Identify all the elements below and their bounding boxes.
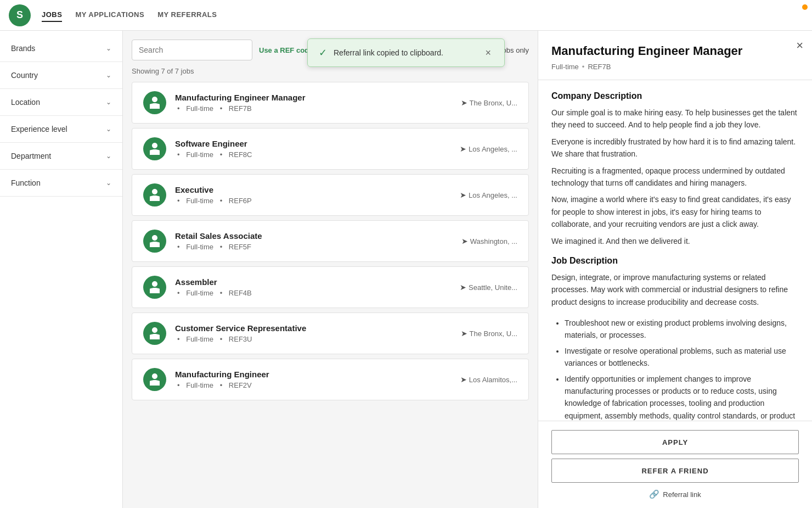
chevron-down-icon-location: ⌄ [106, 98, 111, 106]
panel-job-meta: Full-time • REF7B [551, 63, 799, 71]
orange-dot-decoration [802, 4, 808, 10]
location-pin-icon-0: ➤ [461, 98, 467, 107]
showing-jobs-count: Showing 7 of 7 jobs [132, 67, 529, 75]
sidebar: Brands ⌄ Country ⌄ Location ⌄ Experience… [0, 31, 123, 508]
job-icon-6 [143, 368, 166, 391]
bullet-0: Troubleshoot new or existing product pro… [565, 317, 799, 342]
panel-close-button[interactable]: × [796, 38, 803, 53]
job-card-5[interactable]: Customer Service Representative • Full-t… [132, 312, 529, 354]
job-card-6[interactable]: Manufacturing Engineer • Full-time • REF… [132, 359, 529, 400]
job-meta-6: • Full-time • REF2V [175, 381, 460, 389]
nav-link-my-referrals[interactable]: MY REFERRALS [157, 8, 217, 22]
job-bullet-ref-0: • [220, 104, 223, 113]
location-pin-icon-6: ➤ [460, 375, 467, 384]
job-card-2[interactable]: Executive • Full-time • REF6P ➤ Los Ange… [132, 174, 529, 216]
job-title-0: Manufacturing Engineer Manager [175, 93, 461, 102]
panel-job-title: Manufacturing Engineer Manager [551, 44, 777, 58]
job-desc-intro: Design, integrate, or improve manufactur… [551, 271, 799, 308]
job-info-5: Customer Service Representative • Full-t… [175, 323, 461, 343]
job-info-0: Manufacturing Engineer Manager • Full-ti… [175, 93, 461, 113]
toast-notification: ✓ Referral link copied to clipboard. × [307, 38, 505, 67]
company-desc-title: Company Description [551, 91, 799, 101]
bullet-1: Investigate or resolve operational probl… [565, 345, 799, 370]
company-description-text: Our simple goal is to make hiring easy. … [551, 107, 799, 247]
job-info-4: Assembler • Full-time • REF4B [175, 277, 460, 297]
job-title-6: Manufacturing Engineer [175, 370, 460, 379]
job-title-3: Retail Sales Associate [175, 231, 461, 241]
sidebar-filter-brands[interactable]: Brands ⌄ [0, 35, 122, 62]
sidebar-filter-country[interactable]: Country ⌄ [0, 62, 122, 89]
job-meta-0: • Full-time • REF7B [175, 104, 461, 113]
toast-close-button[interactable]: × [483, 47, 493, 59]
job-icon-2 [143, 183, 166, 206]
job-meta-1: • Full-time • REF8C [175, 150, 460, 159]
job-meta-2: • Full-time • REF6P [175, 197, 460, 205]
referral-link-label: Referral link [663, 490, 701, 499]
search-input-wrap [132, 40, 252, 60]
job-icon-1 [143, 137, 166, 160]
company-desc-p4: We imagined it. And then we delivered it… [551, 235, 799, 247]
nav-link-jobs[interactable]: JOBS [42, 8, 62, 22]
chevron-down-icon-experience: ⌄ [106, 125, 111, 133]
chevron-down-icon-department: ⌄ [106, 152, 111, 160]
job-title-5: Customer Service Representative [175, 323, 461, 333]
company-desc-p3: Now, imagine a world where it's easy to … [551, 193, 799, 230]
apply-button[interactable]: APPLY [551, 430, 799, 454]
referral-link-button[interactable]: 🔗 Referral link [551, 489, 799, 499]
refer-friend-button[interactable]: REFER A FRIEND [551, 459, 799, 483]
sidebar-filter-function[interactable]: Function ⌄ [0, 170, 122, 197]
job-meta-3: • Full-time • REF5F [175, 243, 461, 251]
job-bullet-0: • [177, 104, 180, 113]
toast-message: Referral link copied to clipboard. [334, 48, 476, 57]
job-location-0: ➤ The Bronx, U... [461, 98, 517, 107]
sidebar-filter-location[interactable]: Location ⌄ [0, 89, 122, 116]
panel-job-ref: REF7B [588, 63, 611, 71]
link-icon: 🔗 [649, 489, 659, 499]
search-input[interactable] [132, 40, 252, 60]
location-pin-icon-2: ➤ [460, 191, 466, 199]
job-location-3: ➤ Washington, ... [461, 237, 517, 245]
location-pin-icon-5: ➤ [461, 329, 467, 338]
job-icon-3 [143, 230, 166, 253]
job-location-1: ➤ Los Angeles, ... [460, 144, 517, 153]
job-info-6: Manufacturing Engineer • Full-time • REF… [175, 370, 460, 389]
job-location-4: ➤ Seattle, Unite... [460, 283, 517, 292]
job-info-3: Retail Sales Associate • Full-time • REF… [175, 231, 461, 251]
logo-letter: S [16, 9, 23, 21]
job-location-2: ➤ Los Angeles, ... [460, 191, 517, 199]
job-meta-5: • Full-time • REF3U [175, 335, 461, 343]
nav-logo: S [9, 4, 31, 26]
sidebar-filter-department[interactable]: Department ⌄ [0, 143, 122, 170]
sidebar-filter-experience[interactable]: Experience level ⌄ [0, 116, 122, 143]
main-content: Use a REF code Internal jobs only Showin… [123, 31, 538, 508]
chevron-down-icon-country: ⌄ [106, 71, 111, 79]
job-icon-5 [143, 322, 166, 345]
nav-link-my-applications[interactable]: MY APPLICATIONS [75, 8, 144, 22]
top-navigation: S JOBS MY APPLICATIONS MY REFERRALS [0, 0, 812, 31]
job-title-1: Software Engineer [175, 139, 460, 148]
job-icon-0 [143, 91, 166, 114]
use-ref-code-button[interactable]: Use a REF code [259, 46, 313, 54]
nav-links: JOBS MY APPLICATIONS MY REFERRALS [42, 8, 217, 22]
job-title-4: Assembler [175, 277, 460, 287]
location-pin-icon-1: ➤ [460, 144, 466, 153]
panel-body: Company Description Our simple goal is t… [538, 80, 812, 421]
job-card-3[interactable]: Retail Sales Associate • Full-time • REF… [132, 220, 529, 262]
company-desc-p2: Recruiting is a fragmented, opaque proce… [551, 165, 799, 189]
company-desc-p0: Our simple goal is to make hiring easy. … [551, 107, 799, 131]
job-card-1[interactable]: Software Engineer • Full-time • REF8C ➤ … [132, 128, 529, 170]
job-title-2: Executive [175, 185, 460, 194]
job-card-0[interactable]: Manufacturing Engineer Manager • Full-ti… [132, 82, 529, 124]
bullet-2: Identify opportunities or implement chan… [565, 373, 799, 421]
toast-check-icon: ✓ [319, 47, 327, 59]
job-desc-bullets: Troubleshoot new or existing product pro… [556, 317, 799, 421]
job-card-4[interactable]: Assembler • Full-time • REF4B ➤ Seattle,… [132, 266, 529, 308]
chevron-down-icon-brands: ⌄ [106, 44, 111, 52]
company-desc-p1: Everyone is incredibly frustrated by how… [551, 136, 799, 160]
job-location-6: ➤ Los Alamitos,... [460, 375, 517, 384]
panel-header: Manufacturing Engineer Manager Full-time… [538, 31, 812, 80]
job-desc-title: Job Description [551, 256, 799, 266]
panel-meta-dot: • [582, 63, 585, 71]
job-list: Manufacturing Engineer Manager • Full-ti… [132, 82, 529, 400]
panel-footer: APPLY REFER A FRIEND 🔗 Referral link [538, 421, 812, 508]
